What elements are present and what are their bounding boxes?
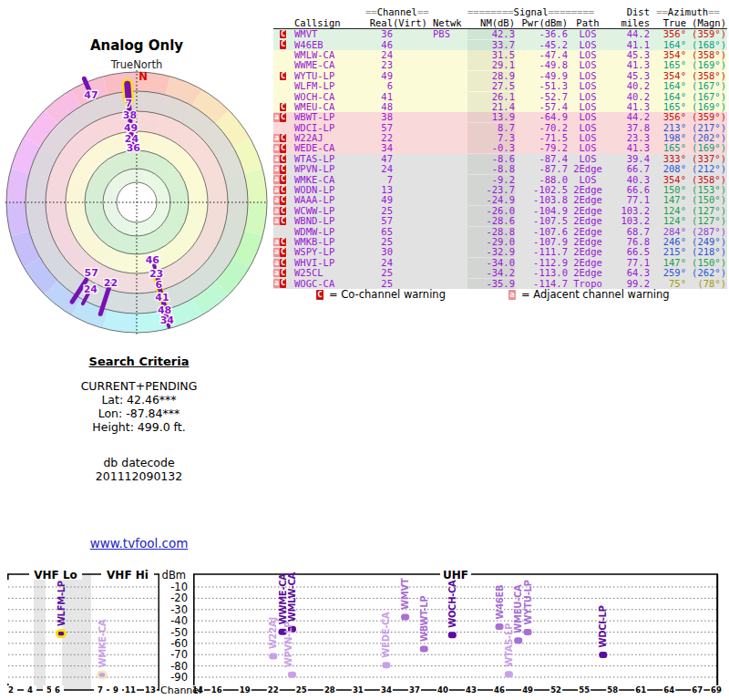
table-row: CWMVT36PBS42.3-36.6LOS44.2356°(359°) bbox=[273, 29, 727, 39]
channel-tick-label: 16 bbox=[211, 685, 222, 695]
table-row: aCWBWT-LP3813.9-64.9LOS44.2356°(359°) bbox=[273, 112, 727, 122]
co-channel-warning-icon: C bbox=[280, 207, 286, 216]
adjacent-channel-warning-icon: a bbox=[273, 217, 280, 226]
channel-tick-label: 46 bbox=[494, 685, 505, 695]
channel-tick-label: 2 bbox=[8, 685, 14, 695]
search-lat: Lat: 42.46*** bbox=[50, 393, 228, 407]
signal-marker-WYTU-LP bbox=[524, 629, 532, 635]
channel-tick-label: 28 bbox=[324, 685, 335, 695]
adjacent-channel-warning-icon: a bbox=[273, 259, 280, 268]
signal-marker-label: WWME-CA bbox=[278, 573, 288, 625]
site-link-wrap: www.tvfool.com bbox=[50, 536, 228, 551]
signal-marker-label: WMEU-CA bbox=[513, 584, 523, 633]
signal-marker-label: WTAS-LP bbox=[504, 623, 514, 667]
co-channel-warning-icon: C bbox=[280, 72, 286, 81]
adjacent-channel-legend-text: = Adjacent channel warning bbox=[521, 288, 670, 301]
signal-marker-label: WMVT bbox=[400, 578, 410, 610]
radar-channel-label: 41 bbox=[155, 292, 169, 304]
adjacent-channel-warning-icon: a bbox=[273, 186, 280, 195]
radar-channel-label: 46 bbox=[146, 254, 160, 266]
channel-tick-label: 19 bbox=[240, 685, 251, 695]
signal-marker-label: WMLW-CA bbox=[287, 571, 297, 622]
adjacent-channel-warning-icon: a bbox=[273, 144, 280, 153]
co-channel-warning-icon: C bbox=[280, 248, 286, 257]
adjacent-channel-warning-icon: a bbox=[273, 207, 280, 216]
channel-tick-label: 52 bbox=[550, 685, 561, 695]
table-row: aCWSPY-LP30-32.9-111.72Edge66.5215°(218°… bbox=[273, 247, 727, 257]
co-channel-warning-icon: C bbox=[280, 269, 286, 278]
signal-marker-WDCI-LP bbox=[599, 652, 607, 658]
table-row: aCWBND-LP57-28.6-107.52Edge103.2124°(127… bbox=[273, 216, 727, 226]
search-criteria-title: Search Criteria bbox=[50, 355, 228, 368]
signal-marker-WMKE-CA bbox=[98, 672, 107, 678]
dbm-tick-label: -90 bbox=[170, 671, 188, 684]
adjacent-channel-warning-icon: a bbox=[273, 155, 280, 164]
co-channel-warning-icon: C bbox=[280, 155, 286, 164]
co-channel-warning-icon: C bbox=[280, 238, 286, 247]
radar-channel-label: 49 bbox=[124, 122, 138, 134]
channel-tick-label: 6 bbox=[55, 685, 60, 695]
channel-tick-label: 43 bbox=[466, 685, 477, 695]
signal-marker-label: WPVN-LP bbox=[283, 622, 293, 667]
adjacent-channel-legend: a = Adjacent channel warning bbox=[508, 288, 670, 301]
signal-marker-WEDE-CA bbox=[382, 662, 390, 668]
co-channel-warning-icon: C bbox=[280, 186, 286, 195]
signal-marker-label: WEDE-CA bbox=[381, 612, 391, 658]
search-criteria: Search Criteria CURRENT+PENDING Lat: 42.… bbox=[50, 355, 228, 483]
co-channel-warning-icon: C bbox=[280, 175, 286, 184]
signal-marker-label: WYTU-LP bbox=[523, 580, 533, 624]
band-chart: VHF LoVHF Hi2456791113WLFM-LPWMKE-CAUHF1… bbox=[0, 554, 729, 700]
radar-channel-label: 24 bbox=[84, 283, 98, 295]
channel-tick-label: 55 bbox=[579, 685, 590, 695]
table-legend: C = Co-channel warning a = Adjacent chan… bbox=[273, 288, 727, 301]
co-channel-warning-icon: C bbox=[280, 259, 286, 268]
co-channel-warning-icon: C bbox=[316, 290, 323, 300]
north-indicator: N bbox=[139, 70, 148, 83]
adjacent-channel-warning-icon: a bbox=[508, 290, 516, 300]
tvfool-report: Analog Only TrueNorth 738492436474623641… bbox=[0, 0, 729, 700]
table-header-groups: ==Channel==========Signal========Dist==A… bbox=[273, 7, 727, 17]
signal-marker-label: WDCI-LP bbox=[598, 605, 608, 647]
db-datecode-label: db datecode bbox=[50, 456, 228, 469]
channel-tick-label: 31 bbox=[353, 685, 364, 695]
radar-channel-label: 36 bbox=[127, 142, 141, 154]
radar-polar-chart: 7384924364746236414834572422N bbox=[0, 27, 273, 342]
search-mode: CURRENT+PENDING bbox=[50, 379, 228, 393]
signal-marker-label: WOCH-CA bbox=[447, 580, 457, 628]
search-height: Height: 499.0 ft. bbox=[50, 420, 228, 434]
channel-tick-label: 11 bbox=[125, 685, 136, 695]
co-channel-warning-icon: C bbox=[280, 165, 286, 174]
table-header-columns: CallsignReal(Virt)NetwkNM(dB)Pwr(dBm)Pat… bbox=[273, 17, 727, 29]
table-row: WWME-CA2329.1-49.8LOS41.3165°(169°) bbox=[273, 60, 727, 70]
tvfool-link[interactable]: www.tvfool.com bbox=[90, 536, 189, 551]
db-datecode-value: 201112090132 bbox=[50, 469, 228, 483]
table-row: WLFM-LP627.5-51.3LOS40.2164°(167°) bbox=[273, 81, 727, 91]
radar-channel-label: 57 bbox=[84, 267, 98, 279]
band-title: UHF bbox=[443, 569, 468, 582]
radar-channel-label: 22 bbox=[104, 277, 118, 289]
signal-marker-WTAS-LP bbox=[505, 671, 513, 677]
co-channel-warning-icon: C bbox=[280, 103, 286, 112]
co-channel-warning-icon: C bbox=[280, 144, 286, 153]
band-title: VHF Hi bbox=[107, 569, 149, 582]
adjacent-channel-warning-icon: a bbox=[273, 113, 280, 122]
channel-tick-label: 40 bbox=[437, 685, 448, 695]
channel-tick-label: 49 bbox=[522, 685, 533, 695]
search-lon: Lon: -87.84*** bbox=[50, 407, 228, 420]
co-channel-warning-icon: C bbox=[280, 134, 286, 143]
signal-marker-label: WLFM-LP bbox=[56, 581, 67, 626]
channel-tick-label: 25 bbox=[296, 685, 307, 695]
adjacent-channel-warning-icon: a bbox=[273, 165, 280, 174]
adjacent-channel-warning-icon: a bbox=[273, 238, 280, 247]
table-row: aCW25CL25-34.2-113.02Edge64.3259°(262°) bbox=[273, 268, 727, 278]
table-row: aCWPVN-LP24-8.8-87.72Edge66.7208°(212°) bbox=[273, 164, 727, 174]
co-channel-warning-icon: C bbox=[280, 217, 286, 226]
signal-marker-WPVN-LP bbox=[288, 672, 296, 678]
signal-marker-label: W46EB bbox=[495, 585, 505, 620]
channel-tick-label: 67 bbox=[692, 685, 703, 695]
co-channel-warning-icon: C bbox=[280, 40, 286, 49]
signal-marker-W22AJ bbox=[269, 654, 277, 660]
radar-channel-label: 34 bbox=[160, 314, 175, 326]
spacer bbox=[50, 434, 228, 456]
channel-tick-label: 4 bbox=[27, 685, 33, 695]
